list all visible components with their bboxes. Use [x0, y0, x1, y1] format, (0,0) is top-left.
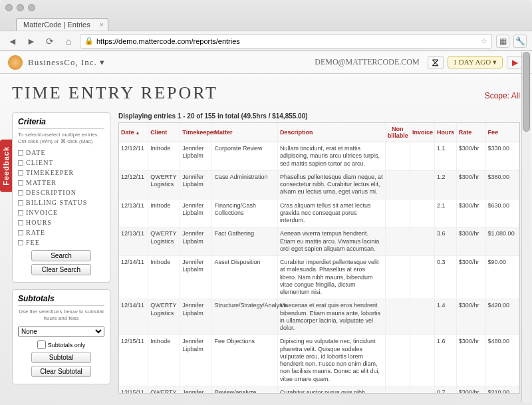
table-row[interactable]: 12/15/11QWERTY LogisticsJennifer Lipbalm…: [119, 386, 519, 394]
cell: [410, 227, 434, 256]
cell: $300/hr: [456, 256, 485, 299]
criteria-item-timekeeper[interactable]: Timekeeper: [18, 168, 104, 178]
scrollbar-thumb[interactable]: [523, 52, 530, 132]
cell: [385, 227, 410, 256]
cell: QWERTY Logistics: [148, 227, 180, 256]
page-title: Time Entry Report: [12, 83, 218, 103]
cell: [385, 299, 410, 335]
table-row[interactable]: 12/12/11InitrodeJennifer LipbalmCorporat…: [119, 142, 519, 171]
play-button[interactable]: ▶: [507, 56, 523, 69]
address-bar[interactable]: 🔒 https://demo.mattercode.com/reports/en…: [80, 34, 492, 49]
user-email[interactable]: DEMO@MATTERCODE.COM: [315, 57, 419, 67]
bookmark-icon[interactable]: ☆: [481, 37, 487, 45]
cell: 3.6: [435, 227, 457, 256]
criteria-item-client[interactable]: Client: [18, 158, 104, 168]
clear-subtotal-button[interactable]: Clear Subtotal: [31, 366, 91, 377]
cell: Nullam tincidunt, erat et mattis adipisc…: [277, 142, 385, 171]
cell: $480.00: [485, 335, 519, 386]
cell: 1.6: [435, 335, 457, 386]
expand-icon: [18, 150, 23, 156]
scope-label[interactable]: Scope: All: [485, 91, 520, 100]
criteria-item-fee[interactable]: Fee: [18, 237, 104, 247]
scrollbar[interactable]: [521, 52, 531, 402]
subtotals-only-checkbox[interactable]: Subtotals only: [18, 340, 104, 349]
table-row[interactable]: 12/14/11QWERTY LogisticsJennifer Lipbalm…: [119, 299, 519, 335]
table-row[interactable]: 12/14/11InitrodeJennifer LipbalmAsset Di…: [119, 256, 519, 299]
col-header-rate[interactable]: Rate: [456, 123, 485, 142]
criteria-item-matter[interactable]: Matter: [18, 178, 104, 188]
cell: $210.00: [485, 386, 519, 394]
cell: 12/12/11: [119, 170, 148, 199]
subtotal-button[interactable]: Subtotal: [31, 352, 91, 363]
tab-title: MatterCode | Entries: [23, 21, 90, 29]
subtotals-only-input[interactable]: [37, 340, 46, 349]
cell: [410, 256, 434, 299]
criteria-item-hours[interactable]: Hours: [18, 217, 104, 227]
criteria-item-billing-status[interactable]: Billing Status: [18, 198, 104, 207]
app-viewport: BusinessCo, Inc. ▾ DEMO@MATTERCODE.COM ⧖…: [0, 51, 532, 405]
cell: 1.1: [435, 142, 457, 171]
criteria-item-rate[interactable]: Rate: [18, 227, 104, 237]
table-row[interactable]: 12/12/11QWERTY LogisticsJennifer Lipbalm…: [119, 170, 519, 199]
close-window-icon[interactable]: [5, 4, 13, 11]
clear-search-button[interactable]: Clear Search: [31, 264, 91, 275]
browser-chrome: MatterCode | Entries × ◄ ► ⟳ ⌂ 🔒 https:/…: [0, 0, 532, 51]
cell: 12/14/11: [119, 256, 148, 299]
col-header-matter[interactable]: Matter: [212, 123, 277, 142]
col-header-timekeeper[interactable]: Timekeeper: [180, 123, 212, 142]
cell: Asset Disposition: [212, 256, 277, 299]
browser-tab[interactable]: MatterCode | Entries ×: [16, 18, 108, 31]
col-header-non-billable[interactable]: Non billable: [385, 123, 410, 142]
cell: Initrode: [148, 335, 180, 386]
close-tab-icon[interactable]: ×: [100, 21, 104, 29]
cell: 0.7: [435, 386, 457, 394]
criteria-item-invoice[interactable]: Invoice: [18, 207, 104, 217]
col-header-client[interactable]: Client: [148, 123, 180, 142]
cell: 12/12/11: [119, 142, 148, 171]
criteria-item-description[interactable]: Description: [18, 188, 104, 198]
col-header-invoice[interactable]: Invoice: [410, 123, 434, 142]
cell: 2.1: [435, 199, 457, 227]
cell: [410, 170, 434, 199]
feedback-tab[interactable]: Feedback: [0, 140, 12, 192]
app-logo-icon[interactable]: [8, 55, 23, 70]
col-header-fee[interactable]: Fee: [485, 123, 519, 142]
cell: Review/analyze: [212, 386, 277, 394]
forward-button[interactable]: ►: [24, 35, 39, 48]
col-header-hours[interactable]: Hours: [435, 123, 457, 142]
expand-icon: [18, 230, 23, 235]
cell: [385, 256, 410, 299]
table-row[interactable]: 12/13/11QWERTY LogisticsJennifer Lipbalm…: [119, 227, 519, 256]
col-header-date[interactable]: Date ▲: [119, 123, 148, 142]
back-button[interactable]: ◄: [5, 35, 20, 48]
results-summary: Displaying entries 1 - 20 of 155 in tota…: [118, 112, 520, 120]
extensions-icon[interactable]: ▦: [496, 35, 509, 48]
entries-table-wrap: Date ▲ClientTimekeeperMatterDescriptionN…: [118, 122, 520, 394]
subtotal-select[interactable]: None: [18, 327, 104, 337]
col-header-description[interactable]: Description: [277, 123, 385, 142]
cell: QWERTY Logistics: [148, 299, 180, 335]
cell: Jennifer Lipbalm: [180, 256, 212, 299]
cell: Fee Objections: [212, 335, 277, 386]
home-button[interactable]: ⌂: [61, 35, 76, 48]
minimize-window-icon[interactable]: [17, 4, 24, 11]
cell: [410, 335, 434, 386]
zoom-window-icon[interactable]: [28, 4, 35, 11]
table-row[interactable]: 12/15/11InitrodeJennifer LipbalmFee Obje…: [119, 335, 519, 386]
cell: $330.00: [485, 142, 519, 171]
wrench-icon[interactable]: 🔧: [513, 35, 527, 48]
criteria-hint: To select/unselect multiple entries: Ctr…: [18, 132, 104, 144]
reload-button[interactable]: ⟳: [43, 35, 57, 48]
org-selector[interactable]: BusinessCo, Inc. ▾: [28, 57, 105, 68]
expand-icon: [18, 160, 23, 166]
expand-icon: [18, 200, 23, 205]
hourglass-icon[interactable]: ⧖: [428, 56, 444, 69]
search-button[interactable]: Search: [31, 250, 91, 261]
table-row[interactable]: 12/13/11InitrodeJennifer LipbalmFinancin…: [119, 199, 519, 227]
time-filter-button[interactable]: 1 DAY AGO ▾: [448, 56, 503, 68]
cell: Cras aliquam tellus sit amet lectus grav…: [277, 199, 385, 227]
criteria-item-date[interactable]: Date: [18, 148, 104, 158]
cell: $300/hr: [456, 335, 485, 386]
cell: Case Administration: [212, 170, 277, 199]
cell: Structure/Strategy/Analysis: [212, 299, 277, 335]
